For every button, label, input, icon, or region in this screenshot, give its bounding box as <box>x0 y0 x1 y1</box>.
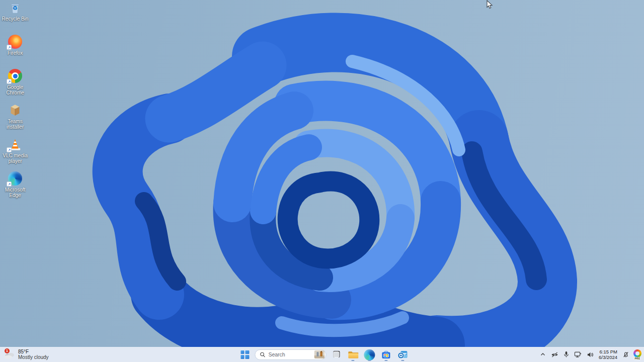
file-explorer-icon <box>347 349 359 360</box>
desktop-icon-label: Microsoft Edge <box>0 187 30 198</box>
shortcut-arrow-icon <box>7 79 12 84</box>
recycle-symbol: ♻ <box>8 5 23 12</box>
desktop-icon-column: ♻ Recycle Bin Firefox Google Chrome <box>0 0 30 202</box>
copilot-preview-icon[interactable]: PRE <box>633 349 642 359</box>
running-indicator <box>368 360 371 361</box>
windows-logo-icon <box>240 350 249 359</box>
clock-time: 6:15 PM <box>599 349 617 354</box>
system-tray: 6:15 PM 6/3/2024 PRE <box>538 347 642 362</box>
desktop-icon-label: Google Chrome <box>0 84 30 96</box>
running-indicator <box>384 360 387 361</box>
firefox-icon <box>8 34 23 49</box>
shortcut-arrow-icon <box>7 182 12 187</box>
edge-icon <box>8 171 23 186</box>
edge-button[interactable] <box>363 348 376 361</box>
weather-widget[interactable]: 1 85°F Mostly cloudy <box>4 347 49 362</box>
taskbar-center <box>238 347 409 362</box>
desktop-icon-label: Teams installer <box>0 119 30 130</box>
desktop-icon-label: Firefox <box>8 50 23 56</box>
shortcut-arrow-icon <box>7 147 12 152</box>
camera-off-icon[interactable] <box>549 348 560 361</box>
search-input[interactable] <box>268 351 311 357</box>
taskbar: 1 85°F Mostly cloudy <box>0 347 644 362</box>
weather-temperature: 85°F <box>18 349 49 354</box>
desktop-icon-google-chrome[interactable]: Google Chrome <box>0 68 30 99</box>
running-indicator <box>401 360 404 361</box>
desktop-icon-firefox[interactable]: Firefox <box>0 34 30 65</box>
clock-date: 6/3/2024 <box>599 354 617 360</box>
copilot-preview-badge: PRE <box>634 357 640 360</box>
clock[interactable]: 6:15 PM 6/3/2024 <box>597 349 619 360</box>
running-indicator <box>351 360 354 361</box>
chrome-icon <box>8 68 23 83</box>
installer-box-icon <box>8 103 23 118</box>
notification-count-badge: 1 <box>5 348 10 353</box>
search-icon <box>260 352 265 357</box>
weather-condition: Mostly cloudy <box>18 354 49 360</box>
desktop-icon-label: VLC media player <box>0 153 30 164</box>
network-icon[interactable] <box>573 348 583 361</box>
edge-icon <box>364 349 375 360</box>
desktop-icon-label: Recycle Bin <box>2 16 29 22</box>
microsoft-store-button[interactable] <box>379 348 392 361</box>
file-explorer-button[interactable] <box>346 348 359 361</box>
shortcut-arrow-icon <box>7 45 12 50</box>
search-daily-image[interactable] <box>314 350 325 358</box>
hidden-icons-chevron[interactable] <box>538 348 547 361</box>
volume-icon[interactable] <box>585 348 595 361</box>
start-button[interactable] <box>238 348 251 361</box>
outlook-button[interactable] <box>396 348 409 361</box>
outlook-icon <box>397 349 408 360</box>
notifications-muted-bell-icon[interactable] <box>621 348 631 361</box>
task-view-button[interactable] <box>330 348 343 361</box>
wallpaper-bloom <box>0 0 644 362</box>
task-view-icon <box>331 349 342 360</box>
desktop-icon-recycle-bin[interactable]: ♻ Recycle Bin <box>0 0 30 31</box>
microsoft-store-icon <box>380 349 391 360</box>
search-box[interactable] <box>255 349 326 360</box>
vlc-cone-icon <box>8 137 23 152</box>
desktop-icon-teams-installer[interactable]: Teams installer <box>0 103 30 133</box>
recycle-bin-icon: ♻ <box>8 0 23 15</box>
microphone-icon[interactable] <box>562 348 571 361</box>
desktop-icon-vlc[interactable]: VLC media player <box>0 137 30 167</box>
desktop-icon-microsoft-edge[interactable]: Microsoft Edge <box>0 171 30 202</box>
